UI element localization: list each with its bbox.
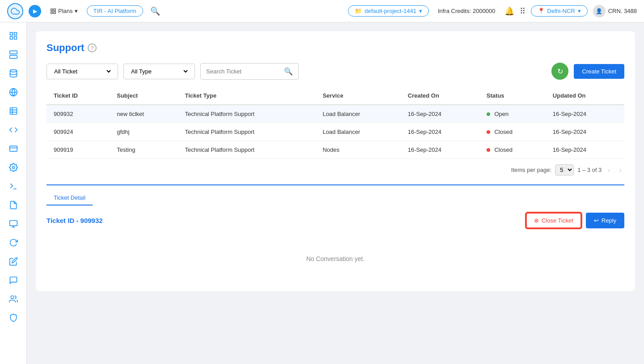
sidebar-icon-network[interactable]	[5, 84, 21, 100]
refresh-button[interactable]: ↻	[551, 63, 568, 80]
help-icon[interactable]: ?	[88, 43, 97, 52]
col-status: Status	[479, 87, 546, 105]
logo-area	[7, 3, 23, 19]
ticket-filter[interactable]: All Ticket	[47, 64, 118, 79]
table-row[interactable]: 909919 Testing Technical Platform Suppor…	[47, 141, 624, 159]
bell-icon[interactable]: 🔔	[504, 6, 514, 16]
sidebar-icon-code[interactable]	[5, 178, 21, 194]
sidebar-icon-security[interactable]	[5, 310, 21, 326]
col-updated-on: Updated On	[546, 87, 624, 105]
pagination-row: Items per page: 5 1 – 3 of 3 ‹ ›	[47, 164, 624, 176]
cell-ticket-type: Technical Platform Support	[178, 105, 316, 123]
cell-service: Nodes	[315, 141, 400, 159]
tir-label: TIR - AI Platform	[93, 8, 136, 14]
svg-rect-23	[9, 221, 17, 226]
sidebar-icon-refresh[interactable]	[5, 235, 21, 251]
cell-status: Closed	[479, 123, 546, 141]
region-dropdown-icon: ▾	[578, 8, 581, 14]
project-selector-button[interactable]: 📁 default-project-1441 ▾	[348, 5, 429, 17]
sidebar-icon-api[interactable]	[5, 197, 21, 213]
region-selector-button[interactable]: 📍 Delhi-NCR ▾	[531, 5, 588, 17]
cell-created-on: 16-Sep-2024	[401, 105, 479, 123]
sidebar-icon-settings[interactable]	[5, 159, 21, 176]
close-ticket-label: Close Ticket	[542, 217, 573, 224]
sidebar-icon-storage[interactable]	[5, 65, 21, 81]
col-created-on: Created On	[401, 87, 479, 105]
ticket-detail-section: Ticket Detail Ticket ID - 909932 ⊗ Close…	[47, 184, 624, 280]
tab-ticket-detail[interactable]: Ticket Detail	[47, 191, 93, 206]
sidebar-icon-edit[interactable]	[5, 253, 21, 270]
type-filter[interactable]: All Type	[123, 64, 195, 79]
avatar: 👤	[593, 5, 606, 17]
sidebar-icon-users[interactable]	[5, 291, 21, 307]
sidebar-icon-database[interactable]	[5, 103, 21, 119]
table-row[interactable]: 909932 new ticlket Technical Platform Su…	[47, 105, 624, 123]
sidebar-icon-dashboard[interactable]	[5, 28, 21, 44]
svg-rect-7	[14, 37, 17, 39]
svg-rect-9	[9, 56, 17, 59]
svg-rect-5	[14, 33, 17, 35]
pagination-next-button[interactable]: ›	[617, 165, 624, 175]
grid-icon[interactable]: ⠿	[520, 6, 525, 16]
cell-subject: new ticlket	[110, 105, 178, 123]
cell-created-on: 16-Sep-2024	[401, 123, 479, 141]
table-header-row: Ticket ID Subject Ticket Type Service Cr…	[47, 87, 624, 105]
svg-rect-1	[54, 9, 55, 10]
col-subject: Subject	[110, 87, 178, 105]
logo-icon	[7, 3, 23, 19]
plans-button[interactable]: Plans ▾	[47, 6, 81, 16]
svg-rect-4	[10, 33, 13, 35]
cell-status: Open	[479, 105, 546, 123]
cell-updated-on: 16-Sep-2024	[546, 123, 624, 141]
items-per-page-label: Items per page:	[511, 167, 551, 173]
svg-point-12	[10, 70, 17, 72]
table-row[interactable]: 909924 gfdhj Technical Platform Support …	[47, 123, 624, 141]
main-content: Support ? All Ticket All Type 🔍	[27, 22, 644, 364]
svg-rect-0	[51, 9, 53, 10]
svg-rect-6	[10, 37, 13, 39]
status-dot	[487, 148, 490, 152]
sidebar-icon-servers[interactable]	[5, 47, 21, 63]
col-ticket-id: Ticket ID	[47, 87, 110, 105]
cell-ticket-id: 909932	[47, 105, 110, 123]
svg-point-21	[12, 167, 14, 169]
tir-platform-button[interactable]: TIR - AI Platform	[87, 5, 143, 17]
cell-service: Load Balancer	[315, 123, 400, 141]
search-input[interactable]	[206, 68, 284, 75]
sidebar-icon-ci-cd[interactable]	[5, 122, 21, 138]
cell-ticket-id: 909924	[47, 123, 110, 141]
reply-button[interactable]: ↩ Reply	[586, 213, 624, 228]
svg-rect-19	[9, 146, 17, 151]
cell-updated-on: 16-Sep-2024	[546, 105, 624, 123]
support-title: Support ?	[47, 42, 624, 54]
folder-icon: 📁	[355, 8, 362, 14]
search-input-wrap: 🔍	[200, 63, 299, 80]
search-icon: 🔍	[284, 67, 293, 76]
status-dot	[487, 130, 490, 134]
sidebar-icon-monitor[interactable]	[5, 216, 21, 232]
col-service: Service	[315, 87, 400, 105]
pagination-prev-button[interactable]: ‹	[605, 165, 613, 175]
support-panel: Support ? All Ticket All Type 🔍	[36, 31, 635, 291]
user-menu[interactable]: 👤 CRN. 3488	[593, 5, 637, 17]
sidebar-icon-billing[interactable]	[5, 141, 21, 157]
svg-rect-15	[10, 108, 17, 115]
type-filter-select[interactable]: All Type	[129, 68, 189, 75]
svg-rect-8	[9, 51, 17, 54]
no-conversation-text: No Conversation yet.	[47, 237, 624, 280]
location-icon: 📍	[538, 8, 545, 14]
close-ticket-button[interactable]: ⊗ Close Ticket	[526, 213, 581, 228]
top-navigation: ▶ Plans ▾ TIR - AI Platform 🔍 📁 default-…	[0, 0, 644, 22]
sidebar-icon-support[interactable]	[5, 272, 21, 288]
pagination-range: 1 – 3 of 3	[577, 167, 602, 173]
create-ticket-button[interactable]: Create Ticket	[574, 64, 624, 79]
items-per-page-select[interactable]: 5	[555, 164, 574, 176]
plans-dropdown-icon: ▾	[75, 8, 78, 14]
ticket-filter-select[interactable]: All Ticket	[52, 68, 112, 75]
infra-credits: Infra Credits: 2000000	[438, 8, 496, 14]
cell-updated-on: 16-Sep-2024	[546, 141, 624, 159]
ticket-detail-tabs: Ticket Detail	[47, 191, 624, 206]
search-icon[interactable]: 🔍	[150, 6, 160, 16]
sidebar	[0, 22, 27, 364]
cell-service: Load Balancer	[315, 105, 400, 123]
